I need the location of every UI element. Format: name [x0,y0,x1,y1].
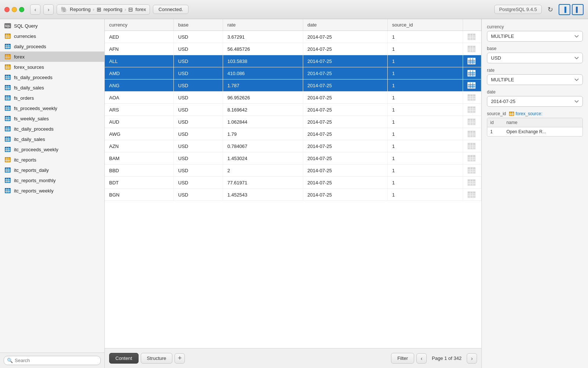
panel-currency-select[interactable]: MULTIPLE [487,31,583,42]
cell-currency: BGN [105,189,173,201]
table-row[interactable]: AWGUSD1.792014-07-251 [105,128,481,140]
table-row[interactable]: BGNUSD1.4525432014-07-251 [105,189,481,201]
next-page-button[interactable]: › [467,353,477,364]
sidebar-item-label: itc_daily_sales [14,137,45,142]
cell-currency: ALL [105,55,173,67]
cell-icon[interactable] [463,177,481,189]
table-orange-icon [4,33,11,39]
add-row-button[interactable]: + [175,353,185,364]
table-row[interactable]: AOAUSD96.9526262014-07-251 [105,92,481,104]
sidebar-item-label: SQL Query [14,23,38,29]
sidebar-item-itc-reports-daily[interactable]: itc_reports_daily [0,165,104,175]
cell-icon[interactable] [463,140,481,152]
refresh-button[interactable]: ↻ [545,4,556,15]
cell-currency: ARS [105,104,173,116]
sidebar-item-forex[interactable]: forex [0,52,104,62]
sidebar-item-fs-daily-proceeds[interactable]: fs_daily_proceeds [0,72,104,82]
sql-icon: SQL [4,22,11,29]
cell-icon[interactable] [463,152,481,164]
cell-icon[interactable] [463,55,481,67]
table-row[interactable]: BAMUSD1.4530242014-07-251 [105,152,481,164]
cell-date: 2014-07-25 [303,43,387,55]
sidebar-item-label: itc_daily_proceeds [14,126,54,132]
minimize-button[interactable] [12,7,17,12]
panel-source-id-label: source_id [487,111,506,116]
panel-rate-select[interactable]: MULTIPLE [487,74,583,85]
table-row[interactable]: BBDUSD22014-07-251 [105,164,481,177]
tab-structure[interactable]: Structure [141,353,173,364]
sidebar-item-fs-proceeds-weekly[interactable]: fs_proceeds_weekly [0,103,104,113]
panel-base-select[interactable]: USD [487,53,583,63]
cell-rate: 1.453024 [223,152,303,164]
col-base[interactable]: base [173,19,223,31]
table-row[interactable]: ANGUSD1.7872014-07-251 [105,79,481,92]
cell-icon[interactable] [463,67,481,79]
table-row[interactable]: AMDUSD410.0862014-07-251 [105,67,481,79]
breadcrumb-table[interactable]: forex [135,7,146,12]
sidebar-item-fs-weekly-sales[interactable]: fs_weekly_sales [0,113,104,124]
cell-icon[interactable] [463,189,481,201]
sidebar-item-fs-orders[interactable]: fs_orders [0,93,104,103]
table-row[interactable]: AZNUSD0.7840672014-07-251 [105,140,481,152]
cell-date: 2014-07-25 [303,128,387,140]
back-button[interactable]: ‹ [30,4,40,15]
cell-currency: AUD [105,116,173,128]
tab-content[interactable]: Content [109,353,139,364]
cell-date: 2014-07-25 [303,67,387,79]
panel-date-select[interactable]: 2014-07-25 [487,96,583,107]
panel-toggle-button[interactable]: ▌ [572,4,584,15]
search-input[interactable] [15,358,97,363]
sidebar-item-itc-daily-sales[interactable]: itc_daily_sales [0,134,104,144]
cell-icon[interactable] [463,31,481,43]
sidebar-item-currencies[interactable]: currencies [0,31,104,41]
sidebar-item-label: itc_reports_monthly [14,178,55,183]
sidebar-item-itc-reports-monthly[interactable]: itc_reports_monthly [0,175,104,185]
prev-page-button[interactable]: ‹ [416,353,427,364]
breadcrumb-schema[interactable]: reporting [104,7,122,12]
table-row[interactable]: BDTUSD77.619712014-07-251 [105,177,481,189]
table-row[interactable]: ARSUSD8.1696422014-07-251 [105,104,481,116]
sidebar-item-itc-reports[interactable]: itc_reports [0,155,104,165]
maximize-button[interactable] [19,7,24,12]
cell-date: 2014-07-25 [303,177,387,189]
source-id-table-ref[interactable]: forex_source: [509,111,542,116]
table-blue-icon [4,136,11,142]
sidebar-item-itc-proceeds-weekly[interactable]: itc_proceeds_weekly [0,144,104,155]
forward-button[interactable]: › [43,4,54,15]
right-panel: currency MULTIPLE base USD rate MULTIPLE… [481,19,588,368]
sub-table-col-name: name [503,118,582,127]
cell-icon[interactable] [463,164,481,177]
cell-base: USD [173,164,223,177]
sidebar-item-itc-reports-weekly[interactable]: itc_reports_weekly [0,185,104,196]
filter-button[interactable]: Filter [391,353,414,364]
sidebar-item-daily-proceeds[interactable]: daily_proceeds [0,41,104,52]
cell-icon[interactable] [463,128,481,140]
breadcrumb-db[interactable]: Reporting [70,7,90,12]
col-date[interactable]: date [303,19,387,31]
cell-icon[interactable] [463,116,481,128]
col-rate[interactable]: rate [223,19,303,31]
search-input-wrap[interactable]: 🔍 [4,356,101,365]
cell-icon[interactable] [463,79,481,92]
sidebar-item-sql-query[interactable]: SQL SQL Query [0,21,104,31]
sidebar-item-forex-sources[interactable]: forex_sources [0,62,104,72]
sidebar-item-label: fs_daily_sales [14,85,44,91]
cell-icon[interactable] [463,104,481,116]
cell-date: 2014-07-25 [303,104,387,116]
sidebar-toggle-button[interactable]: ▐ [559,4,570,15]
cell-icon[interactable] [463,43,481,55]
cell-icon[interactable] [463,92,481,104]
table-blue-icon [4,74,11,81]
cell-source_id: 1 [388,189,463,201]
close-button[interactable] [4,7,10,12]
table-row[interactable]: AFNUSD56.4857262014-07-251 [105,43,481,55]
col-currency[interactable]: currency [105,19,173,31]
sidebar-item-label: itc_reports_weekly [14,188,54,194]
breadcrumb: 🐘 Reporting › ⊞ reporting › ⊟ forex [57,4,150,15]
col-source-id[interactable]: source_id [388,19,463,31]
table-row[interactable]: AEDUSD3.672912014-07-251 [105,31,481,43]
table-row[interactable]: ALLUSD103.58382014-07-251 [105,55,481,67]
sidebar-item-itc-daily-proceeds[interactable]: itc_daily_proceeds [0,124,104,134]
sidebar-item-fs-daily-sales[interactable]: fs_daily_sales [0,82,104,93]
table-row[interactable]: AUDUSD1.0628442014-07-251 [105,116,481,128]
